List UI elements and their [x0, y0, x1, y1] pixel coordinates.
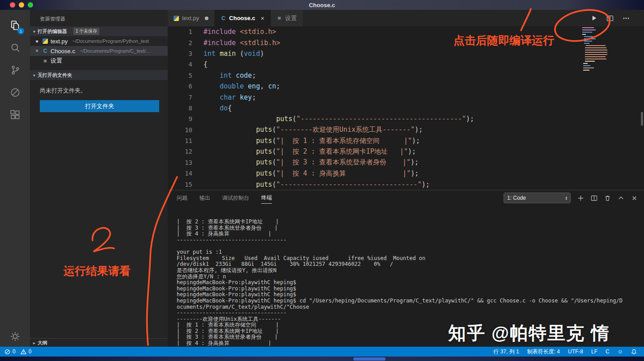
errors-icon [4, 349, 10, 355]
encoding[interactable]: UTF-8 [568, 348, 583, 355]
code-line[interactable]: 8 do{ [168, 103, 644, 113]
annotation-result-note: 运行结果请看 [64, 264, 131, 278]
line-number: 9 [168, 115, 192, 122]
outline-section-header[interactable]: ▸ 大纲 [30, 338, 168, 347]
line-number: 1 [168, 28, 192, 35]
code-lines: 1#include <stdio.h>2#include <stdlib.h>3… [168, 26, 644, 190]
close-panel-icon[interactable] [631, 195, 638, 201]
eol-sequence[interactable]: LF [591, 348, 597, 355]
open-editor-item-choosec[interactable]: × C Choose.c ~/Documents/Program/C_text/… [30, 46, 168, 56]
search-icon[interactable] [0, 37, 30, 59]
code-line[interactable]: 10 puts("--------欢迎使用Unix系统工具-------"); [168, 125, 644, 135]
terminal-line: ---------------------------------- [177, 310, 640, 316]
code-line[interactable]: 2#include <stdlib.h> [168, 37, 644, 48]
open-editor-item-textpy[interactable]: ● text.py ~/Documents/Program/Python_tex… [30, 36, 168, 46]
no-folder-header[interactable]: ▾ 无打开的文件夹 [30, 70, 168, 80]
terminal-line: | 按 2 : 查看本系统网卡IP地址 | [177, 219, 640, 225]
open-editors-label: 打开的编辑器 [38, 28, 67, 35]
notifications-bell-icon[interactable] [631, 349, 637, 355]
split-terminal-icon[interactable] [591, 195, 597, 201]
more-actions-icon[interactable] [623, 15, 630, 22]
open-editors-header[interactable]: ▾ 打开的编辑器 1 个未保存 [30, 26, 168, 36]
extensions-icon[interactable] [0, 104, 30, 126]
modified-dot-icon [205, 17, 208, 20]
warnings-icon [21, 349, 26, 355]
terminal-line: hepingdeMacBook-Pro:playwithC heping$ [177, 292, 640, 298]
code-line[interactable]: 5 int code; [168, 70, 644, 81]
maximize-panel-icon[interactable] [618, 195, 624, 201]
panel-tab-output[interactable]: 输出 [199, 193, 210, 204]
code-line[interactable]: 4{ [168, 59, 644, 70]
code-line[interactable]: 3int main (void) [168, 48, 644, 59]
split-editor-icon[interactable] [606, 15, 614, 22]
editor-actions [591, 10, 630, 26]
kill-terminal-trash-icon[interactable] [604, 195, 611, 201]
panel-tab-debug-console[interactable]: 调试控制台 [222, 193, 249, 204]
activity-bar: 1 [0, 10, 30, 347]
macos-dock-strip [0, 357, 644, 361]
tab-label: text.py [182, 15, 199, 21]
status-bar: 0 0 行 37, 列 1 制表符长度: 4 UTF-8 LF C ☺ [0, 347, 644, 357]
close-tab-icon[interactable]: × [261, 14, 265, 22]
open-folder-button[interactable]: 打开文件夹 [40, 100, 159, 112]
new-terminal-icon[interactable] [577, 195, 584, 201]
no-folder-label: 无打开的文件夹 [38, 72, 72, 79]
tab-choosec[interactable]: C Choose.c × [215, 10, 271, 26]
panel-header: 问题 输出 调试控制台 终端 1: Code ▴▾ [168, 190, 644, 206]
status-bar-right: 行 37, 列 1 制表符长度: 4 UTF-8 LF C ☺ [493, 348, 640, 356]
tab-settings[interactable]: ≡ 设置 [271, 10, 303, 26]
line-number: 11 [168, 137, 192, 144]
source-control-icon[interactable] [0, 59, 30, 81]
minimap[interactable] [581, 26, 613, 76]
explorer-badge: 1 [17, 28, 24, 34]
run-button[interactable] [591, 15, 597, 21]
tab-textpy[interactable]: text.py [168, 10, 215, 26]
debug-icon[interactable] [0, 81, 30, 104]
language-mode[interactable]: C [606, 348, 610, 355]
code-line[interactable]: 7 char key; [168, 92, 644, 102]
code-line[interactable]: 9 puts("--------------------------------… [168, 113, 644, 124]
c-file-icon: C [220, 15, 226, 21]
code-line[interactable]: 12 puts("| 按 2 : 查看本系统网卡IP地址 |"); [168, 146, 644, 157]
tab-label: Choose.c [229, 15, 255, 21]
terminal-line: /dev/disk1 233Gi 88Gi 145Gi 38% 1021257 … [177, 261, 640, 268]
editor-scrollbar[interactable] [641, 112, 643, 126]
error-count: 0 [13, 348, 16, 355]
sidebar-title: 资源管理器 [30, 10, 168, 26]
feedback-smiley-icon[interactable]: ☺ [618, 348, 623, 355]
sidebar-explorer: 资源管理器 ▾ 打开的编辑器 1 个未保存 ● text.py ~/Docume… [30, 10, 168, 347]
no-folder-message: 尚未打开文件夹。 [30, 80, 168, 100]
zhihu-watermark: 知乎 @帕特里克 惰 [448, 321, 610, 345]
editor-tab-bar: text.py C Choose.c × ≡ 设置 [168, 10, 644, 26]
code-line[interactable]: 6 double eng, cn; [168, 81, 644, 92]
panel-tab-terminal[interactable]: 终端 [261, 192, 272, 204]
close-window-button[interactable] [10, 2, 15, 8]
cursor-position[interactable]: 行 37, 列 1 [493, 348, 519, 356]
code-line[interactable]: 1#include <stdio.h> [168, 26, 644, 37]
terminal-select[interactable]: 1: Code ▴▾ [504, 193, 571, 203]
explorer-icon[interactable]: 1 [0, 14, 30, 37]
modified-dot-icon: ● [34, 38, 40, 44]
file-name: text.py [51, 38, 68, 45]
panel-tab-problems[interactable]: 问题 [177, 193, 187, 204]
open-editor-item-settings[interactable]: ≡ 设置 [30, 56, 168, 66]
code-line[interactable]: 15 puts("-------------------------------… [168, 179, 644, 189]
line-number: 7 [168, 94, 192, 101]
settings-file-icon: ≡ [42, 58, 48, 64]
warning-count: 0 [29, 348, 32, 355]
zoom-window-button[interactable] [28, 2, 33, 8]
minimize-window-button[interactable] [19, 2, 24, 8]
c-file-icon: C [42, 48, 48, 54]
terminal-line: ---------------------------------- [177, 237, 640, 243]
code-editor[interactable]: 1#include <stdio.h>2#include <stdlib.h>3… [168, 26, 644, 190]
close-file-icon[interactable]: × [34, 48, 40, 54]
tab-size[interactable]: 制表符长度: 4 [527, 348, 560, 356]
code-line[interactable]: 11 puts("| 按 1 : 查看本系统存储空间 |"); [168, 135, 644, 146]
terminal-select-value: 1: Code [507, 195, 526, 201]
code-line[interactable]: 14 puts("| 按 4 : 身高换算 |"); [168, 168, 644, 179]
code-line[interactable]: 13 puts("| 按 3 : 查看本系统登录者身份 |"); [168, 157, 644, 168]
terminal-line: your put is :1 [177, 249, 640, 256]
tab-label: 设置 [285, 14, 297, 22]
settings-gear-icon[interactable] [0, 331, 30, 342]
problems-status[interactable]: 0 0 [4, 348, 31, 355]
